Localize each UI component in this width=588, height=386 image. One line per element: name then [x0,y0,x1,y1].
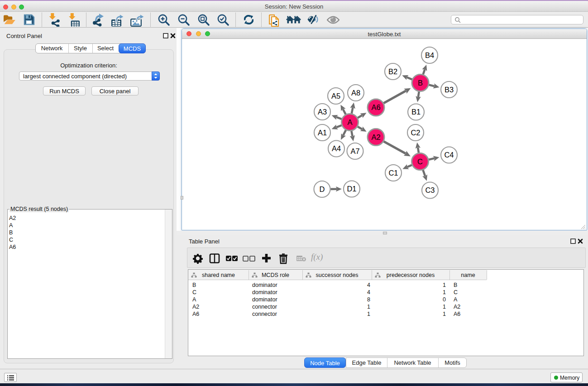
svg-text:B2: B2 [388,67,397,76]
svg-text:A: A [347,118,352,126]
svg-text:A3: A3 [318,108,327,116]
svg-text:C2: C2 [411,129,420,137]
svg-text:C4: C4 [444,151,454,159]
svg-text:D1: D1 [347,185,356,193]
svg-text:D: D [320,185,325,193]
svg-text:C: C [417,157,423,166]
svg-text:A4: A4 [332,144,341,152]
svg-text:B: B [418,79,423,87]
svg-text:A8: A8 [351,89,360,97]
svg-text:A5: A5 [331,92,340,100]
svg-text:B4: B4 [425,51,434,59]
svg-text:B1: B1 [411,108,421,116]
svg-text:A2: A2 [371,133,380,141]
svg-text:C1: C1 [388,169,398,177]
svg-text:A6: A6 [371,103,380,111]
svg-text:C3: C3 [425,186,435,194]
svg-text:B3: B3 [445,86,454,94]
svg-text:A1: A1 [318,129,327,137]
svg-text:A7: A7 [350,147,359,155]
